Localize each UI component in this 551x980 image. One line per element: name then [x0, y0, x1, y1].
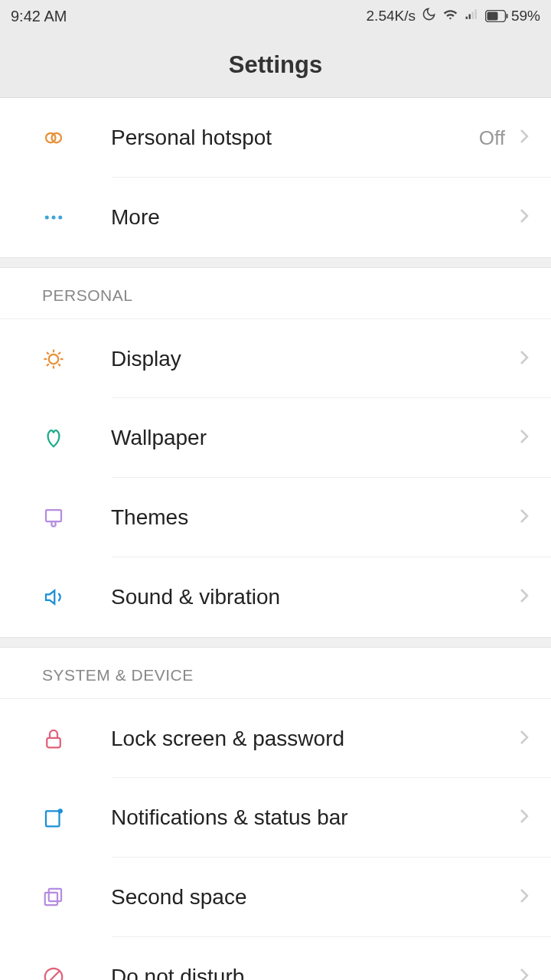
svg-rect-21	[46, 510, 61, 521]
row-sound-vibration[interactable]: Sound & vibration	[0, 557, 551, 637]
svg-rect-3	[474, 9, 476, 19]
section-gap	[0, 637, 551, 648]
row-label: More	[111, 205, 519, 230]
wallpaper-icon	[42, 426, 111, 449]
hotspot-icon	[42, 126, 111, 149]
network-speed: 2.54K/s	[367, 8, 416, 24]
row-themes[interactable]: Themes	[0, 478, 551, 557]
row-label: Sound & vibration	[111, 585, 519, 609]
row-lock-screen[interactable]: Lock screen & password	[0, 698, 551, 778]
row-label: Notifications & status bar	[111, 805, 519, 830]
svg-rect-26	[45, 893, 57, 905]
section-title-system: SYSTEM & DEVICE	[0, 648, 551, 698]
svg-point-24	[58, 808, 63, 813]
status-right: 2.54K/s 59%	[367, 6, 540, 26]
wifi-icon	[442, 6, 458, 26]
section-network-tail: Personal hotspot Off More	[0, 98, 551, 257]
settings-list: Personal hotspot Off More PERSONAL Displ…	[0, 98, 551, 980]
row-label: Wallpaper	[111, 426, 519, 450]
svg-point-12	[49, 354, 59, 364]
row-personal-hotspot[interactable]: Personal hotspot Off	[0, 98, 551, 178]
row-label: Do not disturb	[111, 965, 519, 980]
row-second-space[interactable]: Second space	[0, 858, 551, 937]
chevron-right-icon	[519, 887, 531, 908]
battery-percent: 59%	[511, 8, 540, 24]
chevron-right-icon	[519, 507, 531, 528]
section-gap	[0, 257, 551, 268]
svg-line-19	[47, 364, 49, 366]
header: Settings	[0, 32, 551, 98]
row-more[interactable]: More	[0, 178, 551, 257]
row-label: Display	[111, 347, 519, 371]
svg-line-18	[58, 364, 60, 366]
status-time: 9:42 AM	[11, 8, 67, 25]
svg-rect-1	[469, 15, 471, 19]
moon-icon	[422, 7, 436, 25]
sound-icon	[42, 586, 111, 609]
chevron-right-icon	[519, 586, 531, 608]
svg-point-11	[58, 216, 62, 220]
section-system-device: SYSTEM & DEVICE Lock screen & password N…	[0, 648, 551, 980]
notifications-icon	[42, 806, 111, 829]
lock-icon	[42, 727, 111, 750]
svg-rect-25	[49, 889, 61, 901]
themes-icon	[42, 506, 111, 529]
chevron-right-icon	[519, 966, 531, 980]
more-icon	[42, 206, 111, 229]
chevron-right-icon	[519, 807, 531, 828]
row-label: Personal hotspot	[111, 126, 479, 150]
section-personal: PERSONAL Display Wallpaper T	[0, 268, 551, 637]
row-wallpaper[interactable]: Wallpaper	[0, 398, 551, 478]
svg-line-28	[48, 972, 60, 981]
status-bar: 9:42 AM 2.54K/s 59%	[0, 0, 551, 32]
svg-point-9	[45, 216, 49, 220]
section-title-personal: PERSONAL	[0, 268, 551, 318]
chevron-right-icon	[519, 207, 531, 228]
row-label: Lock screen & password	[111, 727, 519, 751]
chevron-right-icon	[519, 728, 531, 750]
page-title: Settings	[229, 51, 322, 79]
dnd-icon	[42, 965, 111, 980]
display-icon	[42, 348, 111, 371]
svg-point-10	[52, 216, 56, 220]
signal-icon	[465, 7, 479, 25]
svg-line-20	[58, 352, 60, 354]
second-space-icon	[42, 886, 111, 909]
svg-point-8	[52, 133, 62, 143]
svg-rect-23	[46, 811, 60, 826]
row-label: Second space	[111, 885, 519, 910]
svg-rect-6	[506, 14, 507, 18]
row-label: Themes	[111, 505, 519, 530]
row-do-not-disturb[interactable]: Do not disturb	[0, 937, 551, 980]
battery-indicator: 59%	[485, 8, 540, 24]
row-value: Off	[479, 126, 505, 150]
chevron-right-icon	[519, 348, 531, 370]
svg-line-17	[47, 352, 49, 354]
chevron-right-icon	[519, 427, 531, 449]
svg-rect-22	[47, 737, 60, 747]
row-notifications[interactable]: Notifications & status bar	[0, 778, 551, 858]
svg-point-27	[45, 969, 63, 980]
svg-rect-2	[471, 11, 473, 18]
svg-rect-5	[487, 12, 497, 21]
chevron-right-icon	[519, 127, 531, 149]
row-display[interactable]: Display	[0, 318, 551, 398]
svg-rect-0	[466, 17, 468, 19]
